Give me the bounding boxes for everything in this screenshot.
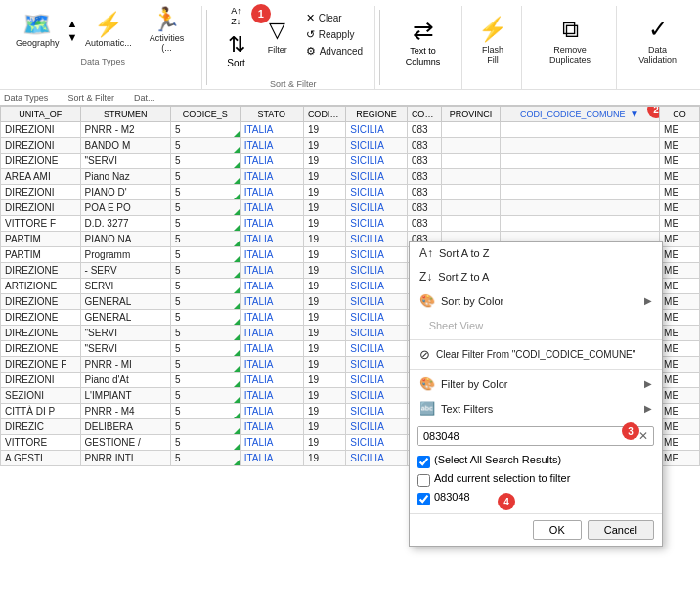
add-current-checkbox[interactable] [417,474,430,487]
table-cell[interactable]: "SERVI [80,341,170,357]
table-cell[interactable]: ITALIA [240,200,303,216]
filter-by-color-item[interactable]: 🎨 Filter by Color ▶ [410,372,662,396]
table-cell[interactable]: 5 [170,404,240,419]
table-cell[interactable]: ME [660,185,700,200]
table-cell[interactable]: ME [660,326,700,341]
table-cell[interactable]: ITALIA [240,247,303,263]
automatic-button[interactable]: ⚡ Automatic... [81,11,135,50]
table-cell[interactable]: Piano Naz [80,169,170,185]
table-cell[interactable]: 5 [170,357,240,373]
table-cell[interactable]: 19 [303,216,345,232]
table-cell[interactable]: ITALIA [240,169,303,185]
table-cell[interactable]: ME [660,341,700,357]
table-cell[interactable]: 5 [170,435,240,451]
table-cell[interactable]: ME [660,294,700,310]
table-cell[interactable]: DELIBERA [80,419,170,435]
table-cell[interactable]: ME [660,138,700,154]
table-cell[interactable]: 19 [303,232,345,247]
table-cell[interactable] [442,122,501,138]
table-cell[interactable]: ARTIZIONE [1,279,81,294]
table-cell[interactable]: DIREZIONI [1,185,81,200]
table-cell[interactable]: 19 [303,263,345,279]
table-cell[interactable]: 5 [170,169,240,185]
table-cell[interactable]: 19 [303,435,345,451]
table-cell[interactable] [501,185,660,200]
table-cell[interactable]: Piano d'At [80,373,170,388]
table-cell[interactable] [442,138,501,154]
clear-button[interactable]: ✕ Clear [302,10,367,26]
col-header-O[interactable]: CODICE_S [170,107,240,122]
table-cell[interactable]: ITALIA [240,341,303,357]
table-cell[interactable] [442,200,501,216]
table-cell[interactable]: 5 [170,263,240,279]
advanced-button[interactable]: ⚙ Advanced [302,43,367,60]
table-cell[interactable]: L'IMPIANT [80,388,170,404]
table-cell[interactable]: 19 [303,310,345,326]
table-cell[interactable]: 5 [170,154,240,169]
col-header-Q[interactable]: CODI_COI [303,107,345,122]
table-cell[interactable]: PIANO NA [80,232,170,247]
table-cell[interactable]: 5 [170,310,240,326]
table-cell[interactable] [442,154,501,169]
table-cell[interactable]: Programm [80,247,170,263]
table-cell[interactable]: ME [660,216,700,232]
table-cell[interactable]: POA E PO [80,200,170,216]
table-cell[interactable]: SICILIA [346,169,408,185]
table-cell[interactable]: 083 [407,169,441,185]
table-cell[interactable]: 19 [303,122,345,138]
table-cell[interactable]: 083 [407,122,441,138]
table-cell[interactable]: DIREZIONE [1,154,81,169]
table-cell[interactable]: PNRR INTI [80,451,170,466]
col-header-N[interactable]: STRUMEN [80,107,170,122]
table-cell[interactable]: ITALIA [240,138,303,154]
table-cell[interactable]: 5 [170,451,240,466]
table-cell[interactable] [442,185,501,200]
activities-button[interactable]: 🏃 Activities (... [139,6,194,55]
table-cell[interactable]: 19 [303,357,345,373]
table-cell[interactable]: ITALIA [240,373,303,388]
table-cell[interactable]: 5 [170,373,240,388]
table-cell[interactable]: ITALIA [240,185,303,200]
sort-button[interactable]: ⇅ Sort [219,28,252,72]
table-cell[interactable]: 19 [303,138,345,154]
table-cell[interactable]: 5 [170,138,240,154]
table-cell[interactable]: 19 [303,247,345,263]
table-cell[interactable]: GENERAL [80,310,170,326]
col-header-CO[interactable]: CO [660,107,700,122]
table-cell[interactable]: 19 [303,341,345,357]
table-cell[interactable]: SICILIA [346,326,408,341]
add-current-label[interactable]: Add current selection to filter [434,472,570,484]
table-cell[interactable] [501,169,660,185]
select-all-checkbox[interactable] [417,456,430,468]
table-cell[interactable]: ITALIA [240,419,303,435]
table-cell[interactable]: 083 [407,185,441,200]
table-cell[interactable]: DIREZIONE [1,341,81,357]
table-cell[interactable]: ME [660,169,700,185]
table-cell[interactable]: D.D. 3277 [80,216,170,232]
sort-by-color-item[interactable]: 🎨 Sort by Color ▶ [410,288,662,313]
sort-az-item[interactable]: A↑ Sort A to Z [410,242,662,265]
table-cell[interactable] [442,216,501,232]
table-cell[interactable]: ITALIA [240,216,303,232]
table-cell[interactable]: "SERVI [80,326,170,341]
sheet-view-item[interactable]: Sheet View [410,313,662,337]
table-cell[interactable]: 5 [170,216,240,232]
table-cell[interactable]: ME [660,122,700,138]
table-cell[interactable]: SICILIA [346,435,408,451]
cancel-button[interactable]: Cancel [588,520,654,540]
table-cell[interactable]: SICILIA [346,279,408,294]
table-cell[interactable]: 5 [170,232,240,247]
table-cell[interactable]: CITTÀ DI P [1,404,81,419]
table-cell[interactable]: 19 [303,326,345,341]
table-cell[interactable]: 5 [170,326,240,341]
table-cell[interactable]: ITALIA [240,326,303,341]
table-cell[interactable]: GENERAL [80,294,170,310]
table-cell[interactable]: ME [660,263,700,279]
dt-up-arrow[interactable]: ▲ [66,18,77,29]
col-header-R[interactable]: REGIONE [346,107,408,122]
table-cell[interactable]: 19 [303,373,345,388]
flash-fill-button[interactable]: ⚡ Flash Fill [472,14,513,66]
table-cell[interactable]: SICILIA [346,185,408,200]
table-cell[interactable]: SICILIA [346,373,408,388]
table-cell[interactable]: VITTORE [1,435,81,451]
